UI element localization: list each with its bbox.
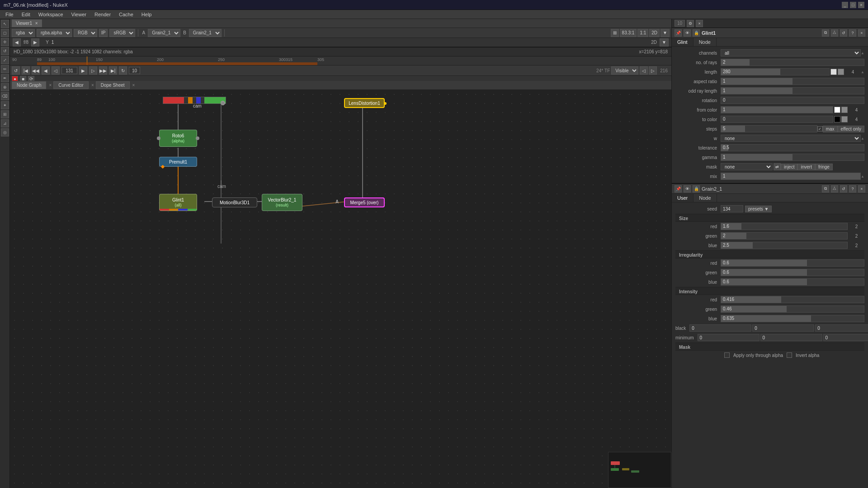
mix-slider[interactable]: 1 xyxy=(721,173,861,180)
prop-settings[interactable]: ⚙ xyxy=(687,20,694,27)
tool-pen[interactable]: ✒ xyxy=(1,74,9,82)
node-lens-distortion[interactable]: LensDistortion1 xyxy=(344,98,385,108)
tab-curve-editor-close[interactable]: × xyxy=(90,82,96,89)
menu-edit[interactable]: Edit xyxy=(18,11,34,18)
black-r-input[interactable] xyxy=(689,324,751,332)
length-color2[interactable] xyxy=(838,69,844,75)
tl-play[interactable]: ▶ xyxy=(79,66,87,75)
roto6-in[interactable] xyxy=(157,136,160,140)
seed-input[interactable] xyxy=(721,205,743,212)
ip-button[interactable]: IP xyxy=(99,29,108,37)
roto6-out[interactable] xyxy=(196,136,199,140)
node-premult1[interactable]: Premult1 xyxy=(159,157,197,167)
zoom-level[interactable]: 83.3:1 xyxy=(620,29,637,37)
next-frame[interactable]: ▶ xyxy=(31,38,39,47)
node-roto6[interactable]: Roto6 (alpha) xyxy=(159,130,197,147)
to-color-slider[interactable]: 0 xyxy=(721,116,833,123)
black-b-input[interactable] xyxy=(815,324,868,332)
rotation-slider[interactable]: 0 xyxy=(721,97,864,104)
max-checkbox[interactable]: ✓ xyxy=(817,126,823,131)
grain-tab-user[interactable]: User xyxy=(672,194,693,202)
loop-count[interactable] xyxy=(129,67,140,74)
tl-next-frame[interactable]: ▶▶ xyxy=(99,66,107,75)
minimize-button[interactable]: _ xyxy=(842,2,848,8)
no-of-rays-slider[interactable]: 2 xyxy=(721,59,864,66)
node-merge5[interactable]: Merge5 (over) xyxy=(344,197,385,207)
tl-next[interactable]: ▷ xyxy=(89,66,97,75)
tab-node-graph[interactable]: Node Graph xyxy=(12,81,46,89)
tl-next-key[interactable]: ▶| xyxy=(109,66,117,75)
channels-dropdown[interactable]: rgba xyxy=(12,29,35,37)
channels-b-dropdown[interactable]: rgba.alpha xyxy=(37,29,72,37)
scale-button[interactable]: 1:1 xyxy=(637,29,648,37)
max-button[interactable]: max xyxy=(823,126,838,132)
tool-arrow[interactable]: ↖ xyxy=(1,20,9,28)
menu-help[interactable]: Help xyxy=(138,11,156,18)
grain-pin[interactable]: 📌 xyxy=(675,185,682,192)
invert-alpha-checkbox[interactable] xyxy=(787,352,792,358)
input-a-dropdown[interactable]: Grain2_1 xyxy=(148,29,180,37)
size-green-slider[interactable]: 2 xyxy=(721,232,848,239)
viewer-tab-close[interactable]: × xyxy=(35,21,38,26)
to-color-chip1[interactable] xyxy=(834,116,840,122)
intensity-green-slider[interactable]: 0.46 xyxy=(721,305,864,313)
grain-close[interactable]: × xyxy=(858,185,865,192)
length-slider[interactable]: 280 xyxy=(721,68,830,75)
tl-prev-key[interactable]: |◀ xyxy=(22,66,30,75)
inject-button[interactable]: inject xyxy=(781,164,797,170)
prop-close-all[interactable]: × xyxy=(696,20,703,27)
glint-pin[interactable]: 📌 xyxy=(675,29,682,37)
display-dropdown[interactable]: sRGB xyxy=(109,29,135,37)
grain-paste[interactable]: ⧊ xyxy=(831,185,838,192)
glint-help[interactable]: ? xyxy=(849,29,856,37)
menu-file[interactable]: File xyxy=(2,11,17,18)
tab-curve-editor[interactable]: Curve Editor xyxy=(53,81,89,89)
length-color1[interactable] xyxy=(830,69,837,75)
maximize-button[interactable]: □ xyxy=(850,2,856,8)
tl-back[interactable]: ◁ xyxy=(52,66,60,75)
tl-prev[interactable]: ◀ xyxy=(42,66,50,75)
marker-next[interactable]: ▷ xyxy=(649,66,657,75)
marker-prev[interactable]: ◁ xyxy=(640,66,648,75)
colorspace-dropdown[interactable]: RGB xyxy=(74,29,97,37)
min-b-input[interactable] xyxy=(823,334,868,341)
tab-dope-sheet-close[interactable]: × xyxy=(131,82,137,89)
invert-button[interactable]: invert xyxy=(797,164,815,170)
tool-roto[interactable]: ◎ xyxy=(1,128,9,136)
mask-swap[interactable]: ⇄ xyxy=(774,163,781,170)
from-color-chip2[interactable] xyxy=(841,107,848,113)
tolerance-slider[interactable]: 0.5 xyxy=(721,144,864,151)
tool-eraser[interactable]: ⌫ xyxy=(1,92,9,100)
tab-dope-sheet[interactable]: Dope Sheet xyxy=(96,81,130,89)
channels-select[interactable]: all xyxy=(721,49,861,56)
view-3d-button[interactable]: ▼ xyxy=(660,38,669,47)
menu-viewer[interactable]: Viewer xyxy=(68,11,90,18)
from-color-slider[interactable]: 1 xyxy=(721,106,833,113)
intensity-red-slider[interactable]: 0.416 xyxy=(721,296,864,303)
grain-eye[interactable]: 👁 xyxy=(684,185,691,192)
cam-out-connector[interactable] xyxy=(221,101,225,105)
effect-only-button[interactable]: effect only xyxy=(838,126,864,132)
zoom-fit-button[interactable]: ⊞ xyxy=(611,29,619,37)
steps-slider[interactable]: 5 xyxy=(721,125,817,132)
tool-brush[interactable]: ✏ xyxy=(1,65,9,73)
tool-wand[interactable]: ✦ xyxy=(1,101,9,109)
tool-clone[interactable]: ⊕ xyxy=(1,83,9,91)
node-vectorblur[interactable]: VectorBlur2_1 (result) xyxy=(262,194,302,211)
menu-cache[interactable]: Cache xyxy=(115,11,137,18)
reset-button[interactable]: ↺ xyxy=(12,66,20,75)
tl-prev-frame[interactable]: ◀◀ xyxy=(32,66,40,75)
size-blue-slider[interactable]: 2.5 xyxy=(721,242,848,249)
glint-lock[interactable]: 🔒 xyxy=(693,29,700,37)
view-mode[interactable]: 2D xyxy=(649,29,660,37)
w-select[interactable]: none xyxy=(721,135,861,142)
min-g-input[interactable] xyxy=(760,334,822,341)
glint-tab-node[interactable]: Node xyxy=(693,38,717,46)
tool-move[interactable]: ✛ xyxy=(1,38,9,46)
input-b-dropdown[interactable]: Grain2_1 xyxy=(189,29,222,37)
viewer-tab-1[interactable]: Viewer1 × xyxy=(12,19,42,27)
tool-scale[interactable]: ⤢ xyxy=(1,56,9,64)
tl-loop[interactable]: ↻ xyxy=(119,66,127,75)
glint-paste[interactable]: ⧊ xyxy=(831,29,838,37)
gamma-slider[interactable]: 1 xyxy=(721,154,864,161)
